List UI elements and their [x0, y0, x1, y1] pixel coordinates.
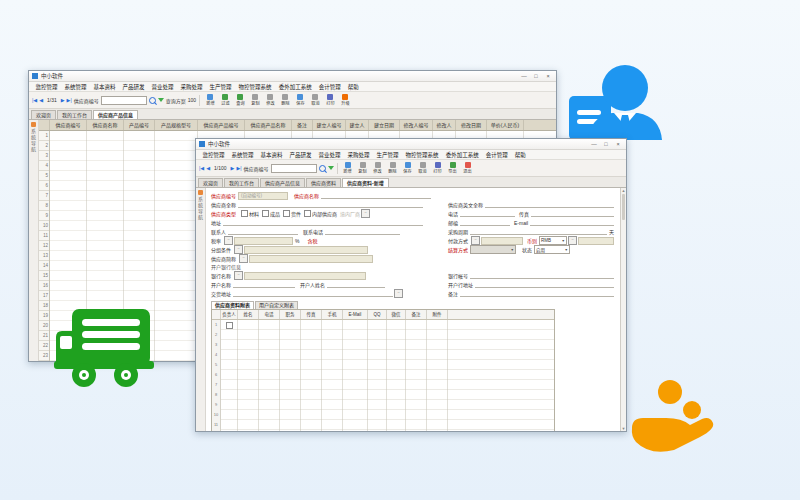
search-input[interactable] — [271, 164, 317, 173]
menu-item[interactable]: 监控管理 — [199, 151, 228, 159]
menu-item[interactable]: 帮助 — [511, 151, 529, 159]
checkbox[interactable] — [283, 210, 290, 217]
menu-item[interactable]: 采购处理 — [344, 151, 373, 159]
menu-item[interactable]: 系统管理 — [61, 83, 90, 91]
menu-item[interactable]: 营业处理 — [315, 151, 344, 159]
toolbar-button[interactable]: 查询 — [233, 94, 247, 106]
menu-item[interactable]: 委外加工系统 — [275, 83, 315, 91]
toolbar-button[interactable]: 取消 — [416, 162, 430, 174]
menu-item[interactable]: 营业处理 — [148, 83, 177, 91]
pager-last-button[interactable]: ▶| — [236, 166, 241, 171]
toolbar-button[interactable]: 新增 — [203, 94, 217, 106]
settlement-method-select[interactable]: ▼ — [470, 245, 516, 254]
address-input[interactable] — [223, 219, 423, 226]
exchange-rate-picker-button[interactable]: .. — [568, 236, 577, 245]
close-button[interactable]: × — [542, 71, 554, 81]
note-input[interactable] — [460, 290, 614, 297]
tax-rate-field[interactable] — [234, 237, 293, 245]
menu-item[interactable]: 委外加工系统 — [442, 151, 482, 159]
vertical-scrollbar[interactable]: ▲ ▼ — [620, 188, 626, 431]
supplier-type-checkbox[interactable]: 材料 — [238, 210, 259, 217]
document-tab[interactable]: 欢迎页 — [198, 178, 223, 187]
pager-prev-button[interactable]: ◀ — [206, 166, 210, 171]
checkbox[interactable] — [262, 210, 269, 217]
bank-address-input[interactable] — [475, 281, 614, 288]
group-condition-picker-button[interactable]: .. — [234, 245, 243, 254]
pager-next-button[interactable]: ▶ — [231, 166, 235, 171]
toolbar-button[interactable]: 打印 — [431, 162, 445, 174]
scroll-down-icon[interactable]: ▼ — [622, 426, 626, 431]
toolbar-button[interactable]: 导出 — [446, 162, 460, 174]
supplier-type-checkbox[interactable]: 成品 — [259, 210, 280, 217]
toolbar-button[interactable]: 打印 — [323, 94, 337, 106]
delivery-address-input[interactable] — [233, 290, 393, 297]
pager-prev-button[interactable]: ◀ — [39, 98, 43, 103]
email-input[interactable] — [530, 219, 614, 226]
group-condition-field[interactable] — [244, 246, 368, 254]
supplier-no-field[interactable]: (自动编号) — [238, 192, 288, 200]
nav-side-strip[interactable]: 系统导航 — [29, 120, 39, 361]
pager-last-button[interactable]: ▶| — [67, 98, 72, 103]
payment-method-picker-button[interactable]: .. — [471, 236, 480, 245]
scroll-up-icon[interactable]: ▲ — [622, 188, 626, 193]
pager-first-button[interactable]: |◀ — [199, 166, 204, 171]
bank-name-field[interactable] — [244, 272, 366, 280]
toolbar-button[interactable]: 保存 — [293, 94, 307, 106]
filter-icon[interactable] — [158, 98, 164, 102]
supplier-type-checkbox[interactable]: 货件 — [280, 210, 301, 217]
menu-item[interactable]: 物控管理系统 — [235, 83, 275, 91]
menu-item[interactable]: 采购处理 — [177, 83, 206, 91]
supplier-type-picker-button[interactable]: .. — [361, 209, 370, 218]
toolbar-button[interactable]: 升级 — [338, 94, 352, 106]
toolbar-button[interactable]: 保存 — [401, 162, 415, 174]
delivery-address-picker-button[interactable]: .. — [394, 289, 403, 298]
pager-next-button[interactable]: ▶ — [61, 98, 65, 103]
account-person-input[interactable] — [327, 281, 385, 288]
supplier-name-input[interactable] — [321, 192, 431, 199]
supplier-fullname-input[interactable] — [238, 201, 423, 208]
subgrid-row-checkbox[interactable] — [226, 322, 233, 329]
supplier-short-name-field[interactable] — [249, 255, 373, 263]
menu-item[interactable]: 生产管理 — [373, 151, 402, 159]
menu-item[interactable]: 基本资料 — [90, 83, 119, 91]
menu-item[interactable]: 生产管理 — [206, 83, 235, 91]
menu-item[interactable]: 物控管理系统 — [402, 151, 442, 159]
menu-item[interactable]: 会计管理 — [315, 83, 344, 91]
toolbar-button[interactable]: 取消 — [308, 94, 322, 106]
toolbar-button[interactable]: 删除 — [386, 162, 400, 174]
toolbar-button[interactable]: 复制 — [248, 94, 262, 106]
toolbar-button[interactable]: 过滤 — [218, 94, 232, 106]
purchase-cycle-input[interactable] — [470, 228, 607, 235]
search-input[interactable] — [101, 96, 147, 105]
currency-select[interactable]: RMB▼ — [539, 236, 567, 245]
document-tab[interactable]: 供应商资料-新增 — [342, 178, 389, 187]
checkbox[interactable] — [304, 210, 311, 217]
menu-item[interactable]: 会计管理 — [482, 151, 511, 159]
filter-icon[interactable] — [328, 166, 334, 170]
document-tab[interactable]: 供应商资料 — [306, 178, 341, 187]
menu-item[interactable]: 帮助 — [344, 83, 362, 91]
toolbar-button[interactable]: 修改 — [371, 162, 385, 174]
toolbar-button[interactable]: 复制 — [356, 162, 370, 174]
toolbar-button[interactable]: 修改 — [263, 94, 277, 106]
search-icon[interactable] — [319, 165, 326, 172]
bank-account-input[interactable] — [470, 272, 614, 279]
contact-input[interactable] — [228, 228, 298, 235]
menu-item[interactable]: 监控管理 — [32, 83, 61, 91]
supplier-short-name-picker-button[interactable]: .. — [239, 254, 248, 263]
document-tab[interactable]: 供应商产品信息 — [93, 110, 138, 119]
title-bar[interactable]: 中小软件 — □ × — [196, 139, 626, 150]
phone-input[interactable] — [460, 210, 515, 217]
account-name-input[interactable] — [233, 281, 295, 288]
supplier-english-fullname-input[interactable] — [485, 201, 614, 208]
document-tab[interactable]: 我的工作台 — [57, 110, 92, 119]
title-bar[interactable]: 中小软件 — □ × — [29, 71, 556, 82]
scrollbar-thumb[interactable] — [622, 194, 625, 220]
exchange-rate-field[interactable] — [578, 237, 614, 245]
detail-subtab[interactable]: 供应商资料附表 — [211, 301, 254, 309]
toolbar-button[interactable]: 删除 — [278, 94, 292, 106]
minimize-button[interactable]: — — [588, 139, 600, 149]
checkbox[interactable] — [241, 210, 248, 217]
document-tab[interactable]: 我的工作台 — [224, 178, 259, 187]
payment-method-field[interactable] — [481, 237, 523, 245]
